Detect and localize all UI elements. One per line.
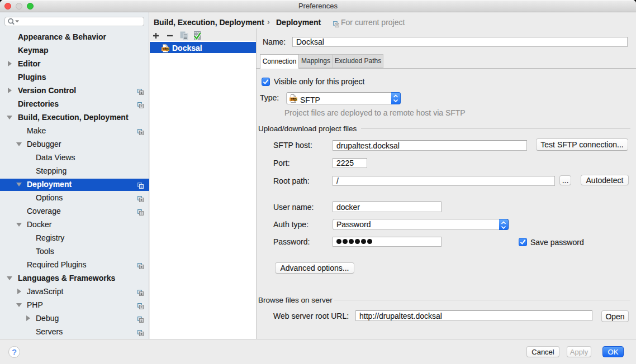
svg-text:sftp: sftp	[163, 47, 169, 51]
svg-text:sftp: sftp	[291, 97, 297, 102]
